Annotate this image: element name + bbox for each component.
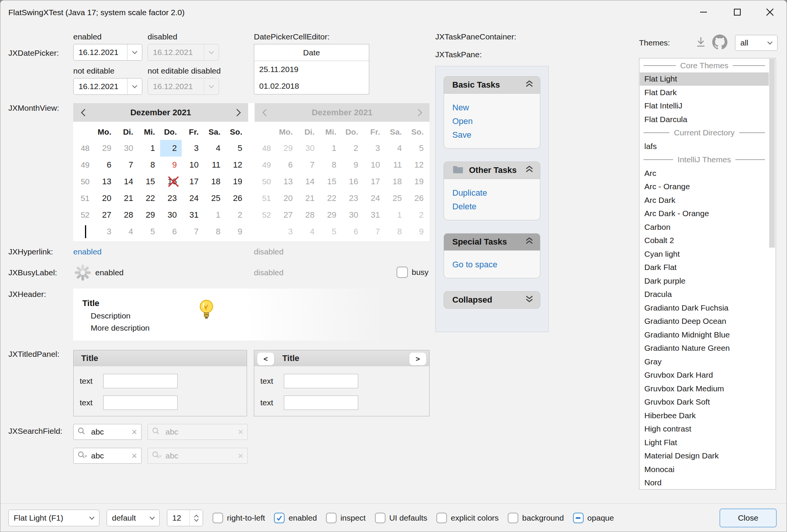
maximize-button[interactable]	[726, 3, 749, 22]
close-button[interactable]: Close	[719, 508, 777, 527]
calendar-day[interactable]: 22	[138, 190, 160, 207]
calendar-day[interactable]: 11	[204, 157, 226, 173]
theme-list-item[interactable]: Cyan light	[640, 247, 769, 261]
checkbox-group-enabled[interactable]: enabled	[274, 513, 317, 523]
taskpane-header[interactable]: Collapsed	[444, 291, 540, 309]
checkbox-checked[interactable]	[274, 513, 285, 523]
search-field-menu-enabled[interactable]: abc✕	[73, 448, 142, 464]
themes-list[interactable]: Core ThemesFlat LightFlat DarkFlat Intel…	[639, 58, 776, 490]
calendar-day[interactable]: 14	[116, 173, 139, 190]
spinner-down-icon[interactable]	[194, 519, 199, 522]
date-table-cell[interactable]: 01.02.2018	[254, 78, 369, 94]
datepicker-enabled[interactable]: 16.12.2021	[73, 44, 142, 61]
next-month-button[interactable]	[229, 103, 247, 122]
theme-list-item[interactable]: Monocai	[640, 463, 769, 476]
search-icon[interactable]	[77, 427, 87, 437]
themes-scrollbar[interactable]	[769, 59, 775, 489]
text-input[interactable]	[284, 395, 358, 410]
taskpane-header[interactable]: Basic Tasks	[444, 76, 540, 94]
theme-list-item[interactable]: lafs	[640, 140, 769, 153]
spinner-up-icon[interactable]	[194, 515, 199, 518]
monthview-enabled[interactable]: Dezember 2021Mo.Di.Mi.Do.Fr.Sa.So.482930…	[73, 103, 248, 241]
calendar-day[interactable]: 1	[138, 140, 160, 157]
theme-list-item[interactable]: Gruvbox Dark Medium	[640, 382, 769, 395]
calendar-day[interactable]: 6	[160, 223, 182, 240]
theme-list-item[interactable]: Hiberbee Dark	[640, 409, 769, 422]
calendar-day[interactable]: 29	[94, 140, 116, 157]
calendar-day[interactable]: 18	[204, 173, 226, 190]
datepicker-not-editable[interactable]: 16.12.2021	[73, 78, 142, 95]
search-icon-with-menu[interactable]	[77, 451, 87, 461]
task-link-open[interactable]: Open	[452, 115, 532, 128]
theme-list-item[interactable]: Arc Dark	[640, 193, 769, 207]
calendar-day[interactable]: 24	[182, 190, 204, 207]
calendar-day[interactable]: 23	[160, 190, 182, 207]
theme-list-item[interactable]: Arc Dark - Orange	[640, 207, 769, 221]
checkbox-group-opaque[interactable]: opaque	[573, 513, 614, 523]
calendar-day[interactable]: 29	[138, 207, 160, 223]
calendar-day[interactable]: 2	[225, 207, 247, 223]
titled-panel-next-button[interactable]: >	[409, 352, 427, 366]
clear-search-icon[interactable]: ✕	[131, 452, 137, 460]
calendar-day[interactable]: 28	[116, 207, 139, 223]
calendar-day[interactable]: 13	[94, 173, 116, 190]
hyperlink-enabled[interactable]: enabled	[73, 247, 102, 256]
checkbox-unchecked[interactable]	[326, 513, 337, 523]
checkbox-group-right-to-left[interactable]: right-to-left	[212, 513, 265, 523]
calendar-day[interactable]: 7	[182, 223, 204, 240]
laf-combo[interactable]: Flat Light (F1)	[8, 510, 99, 526]
close-window-button[interactable]	[758, 3, 782, 22]
taskpane-header[interactable]: Other Tasks	[444, 162, 540, 179]
theme-list-item[interactable]: Flat Darcula	[640, 113, 769, 126]
collapse-icon[interactable]	[525, 237, 534, 247]
theme-list-item[interactable]: Nord	[640, 476, 769, 490]
collapse-icon[interactable]	[525, 165, 534, 175]
theme-list-item[interactable]: Arc	[640, 166, 769, 180]
theme-list-item[interactable]: Gruvbox Dark Hard	[640, 369, 769, 382]
task-link-new[interactable]: New	[452, 101, 532, 115]
theme-list-item[interactable]: Gray	[640, 355, 769, 369]
calendar-day[interactable]: 20	[94, 190, 116, 207]
calendar-day[interactable]: 4	[116, 223, 139, 240]
calendar-day[interactable]: 2	[160, 140, 182, 157]
calendar-day[interactable]: 3	[182, 140, 204, 157]
theme-list-item[interactable]: Gradianto Dark Fuchsia	[640, 301, 769, 315]
theme-list-item[interactable]: Gradianto Midnight Blue	[640, 328, 769, 342]
calendar-day[interactable]: 5	[225, 140, 247, 157]
collapse-icon[interactable]	[525, 80, 534, 90]
calendar-day[interactable]: 17	[182, 173, 204, 190]
calendar-day[interactable]: 8	[204, 223, 226, 240]
date-table-cell[interactable]: 25.11.2019	[254, 61, 369, 78]
calendar-day[interactable]: 4	[204, 140, 226, 157]
previous-month-button[interactable]	[74, 103, 92, 122]
calendar-day[interactable]: 30	[116, 140, 139, 157]
theme-list-item[interactable]: Flat Dark	[640, 86, 769, 99]
search-field-enabled[interactable]: abc✕	[73, 424, 142, 440]
minimize-button[interactable]	[692, 3, 715, 22]
calendar-day[interactable]: 19	[225, 173, 247, 190]
text-input[interactable]	[284, 374, 358, 388]
calendar-day[interactable]: 12	[225, 157, 247, 173]
calendar-day[interactable]: 15	[138, 173, 160, 190]
task-link-go-to-space[interactable]: Go to space	[452, 258, 532, 271]
theme-list-item[interactable]: Dracula	[640, 288, 769, 301]
theme-list-item[interactable]: Carbon	[640, 220, 769, 234]
task-link-save[interactable]: Save	[452, 128, 532, 142]
theme-list-item[interactable]: High contrast	[640, 422, 769, 436]
calendar-day[interactable]: 3	[94, 223, 116, 240]
datepicker-value[interactable]: 16.12.2021	[74, 78, 127, 94]
clear-search-icon[interactable]: ✕	[131, 428, 137, 436]
search-input[interactable]: abc	[91, 451, 127, 460]
chevron-down-icon[interactable]	[127, 78, 142, 94]
calendar-day[interactable]: 9	[160, 157, 182, 173]
theme-list-item[interactable]: Gradianto Nature Green	[640, 342, 769, 355]
expand-icon[interactable]	[525, 295, 534, 305]
titled-panel-prev-button[interactable]: <	[257, 352, 274, 366]
theme-list-item[interactable]: Dark Flat	[640, 261, 769, 275]
calendar-day[interactable]: 9	[225, 223, 247, 240]
calendar-day[interactable]: 7	[116, 157, 139, 173]
busy-checkbox[interactable]	[397, 267, 408, 278]
calendar-day[interactable]: 8	[138, 157, 160, 173]
checkbox-group-inspect[interactable]: inspect	[326, 513, 366, 523]
checkbox-unchecked[interactable]	[436, 513, 447, 523]
